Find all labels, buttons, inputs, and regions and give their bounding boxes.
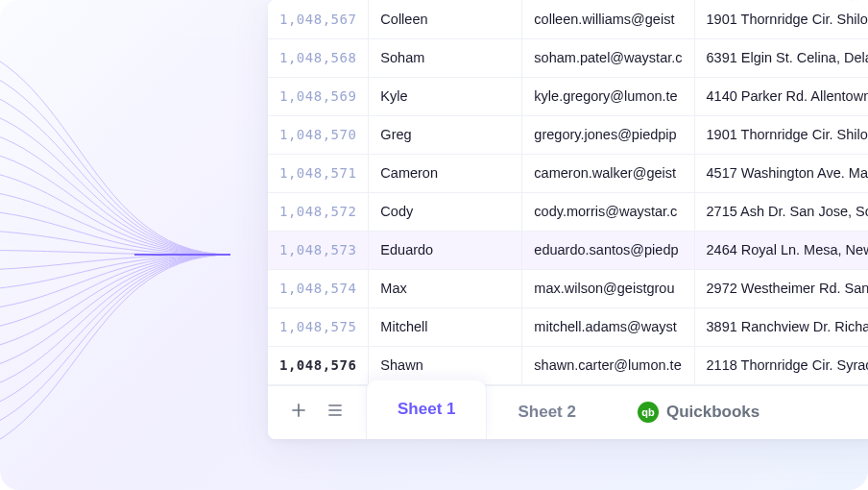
cell-address[interactable]: 2118 Thornridge Cir. Syracus <box>694 346 868 384</box>
table-row[interactable]: 1,048,570Greggregory.jones@piedpip1901 T… <box>268 115 868 154</box>
row-number[interactable]: 1,048,567 <box>268 0 369 38</box>
table-row[interactable]: 1,048,576Shawnshawn.carter@lumon.te2118 … <box>268 346 868 384</box>
row-number[interactable]: 1,048,575 <box>268 307 369 346</box>
table-row[interactable]: 1,048,573Eduardoeduardo.santos@piedp2464… <box>268 231 868 269</box>
row-number[interactable]: 1,048,572 <box>268 192 369 231</box>
cell-address[interactable]: 4140 Parker Rd. Allentown, N <box>694 77 868 115</box>
cell-name[interactable]: Mitchell <box>369 307 522 346</box>
cell-email[interactable]: soham.patel@waystar.c <box>522 38 694 77</box>
tab-label: Sheet 2 <box>518 403 575 422</box>
cell-email[interactable]: colleen.williams@geist <box>522 0 694 38</box>
cell-email[interactable]: cameron.walker@geist <box>522 154 694 192</box>
tab-quickbooks[interactable]: qb Quickbooks <box>607 386 790 439</box>
cell-email[interactable]: eduardo.santos@piedp <box>522 231 694 269</box>
cell-name[interactable]: Cameron <box>369 154 522 192</box>
sheet-tab-bar: Sheet 1 Sheet 2 qb Quickbooks <box>268 385 868 439</box>
table-row[interactable]: 1,048,572Codycody.morris@waystar.c2715 A… <box>268 192 868 231</box>
cell-name[interactable]: Colleen <box>369 0 522 38</box>
table-row[interactable]: 1,048,571Cameroncameron.walker@geist4517… <box>268 154 868 192</box>
cell-address[interactable]: 6391 Elgin St. Celina, Delawa <box>694 38 868 77</box>
sheet-tools <box>268 386 366 439</box>
row-number[interactable]: 1,048,570 <box>268 115 369 154</box>
cell-email[interactable]: max.wilson@geistgrou <box>522 269 694 307</box>
plus-icon <box>289 401 308 420</box>
row-number[interactable]: 1,048,576 <box>268 346 369 384</box>
tab-label: Sheet 1 <box>398 400 455 419</box>
app-canvas: 1,048,567Colleencolleen.williams@geist19… <box>0 0 868 490</box>
cell-address[interactable]: 1901 Thornridge Cir. Shiloh, <box>694 0 868 38</box>
data-table[interactable]: 1,048,567Colleencolleen.williams@geist19… <box>268 0 868 385</box>
cell-name[interactable]: Kyle <box>369 77 522 115</box>
cell-address[interactable]: 2972 Westheimer Rd. Santa A <box>694 269 868 307</box>
row-number[interactable]: 1,048,569 <box>268 77 369 115</box>
cell-name[interactable]: Greg <box>369 115 522 154</box>
cell-name[interactable]: Cody <box>369 192 522 231</box>
add-sheet-button[interactable] <box>289 401 308 424</box>
spreadsheet-panel: 1,048,567Colleencolleen.williams@geist19… <box>268 0 868 439</box>
cell-email[interactable]: cody.morris@waystar.c <box>522 192 694 231</box>
tab-sheet1[interactable]: Sheet 1 <box>366 380 487 439</box>
cell-name[interactable]: Shawn <box>369 346 522 384</box>
row-number[interactable]: 1,048,573 <box>268 231 369 269</box>
cell-address[interactable]: 2715 Ash Dr. San Jose, South <box>694 192 868 231</box>
cell-address[interactable]: 2464 Royal Ln. Mesa, New Je <box>694 231 868 269</box>
cell-email[interactable]: kyle.gregory@lumon.te <box>522 77 694 115</box>
cell-address[interactable]: 3891 Ranchview Dr. Richards <box>694 307 868 346</box>
cell-name[interactable]: Max <box>369 269 522 307</box>
tab-label: Quickbooks <box>666 403 760 422</box>
cell-email[interactable]: shawn.carter@lumon.te <box>522 346 694 384</box>
cell-address[interactable]: 1901 Thornridge Cir. Shiloh, H <box>694 115 868 154</box>
row-number[interactable]: 1,048,574 <box>268 269 369 307</box>
all-sheets-button[interactable] <box>326 401 345 424</box>
table-row[interactable]: 1,048,574Maxmax.wilson@geistgrou2972 Wes… <box>268 269 868 307</box>
table-row[interactable]: 1,048,568Sohamsoham.patel@waystar.c6391 … <box>268 38 868 77</box>
quickbooks-icon: qb <box>638 402 659 423</box>
table-row[interactable]: 1,048,575Mitchellmitchell.adams@wayst389… <box>268 307 868 346</box>
cell-email[interactable]: gregory.jones@piedpip <box>522 115 694 154</box>
row-number[interactable]: 1,048,568 <box>268 38 369 77</box>
cell-name[interactable]: Eduardo <box>369 231 522 269</box>
cell-address[interactable]: 4517 Washington Ave. Manch <box>694 154 868 192</box>
table-row[interactable]: 1,048,569Kylekyle.gregory@lumon.te4140 P… <box>268 77 868 115</box>
cell-name[interactable]: Soham <box>369 38 522 77</box>
menu-icon <box>326 401 345 420</box>
tab-sheet2[interactable]: Sheet 2 <box>487 386 606 439</box>
row-number[interactable]: 1,048,571 <box>268 154 369 192</box>
table-row[interactable]: 1,048,567Colleencolleen.williams@geist19… <box>268 0 868 38</box>
cell-email[interactable]: mitchell.adams@wayst <box>522 307 694 346</box>
